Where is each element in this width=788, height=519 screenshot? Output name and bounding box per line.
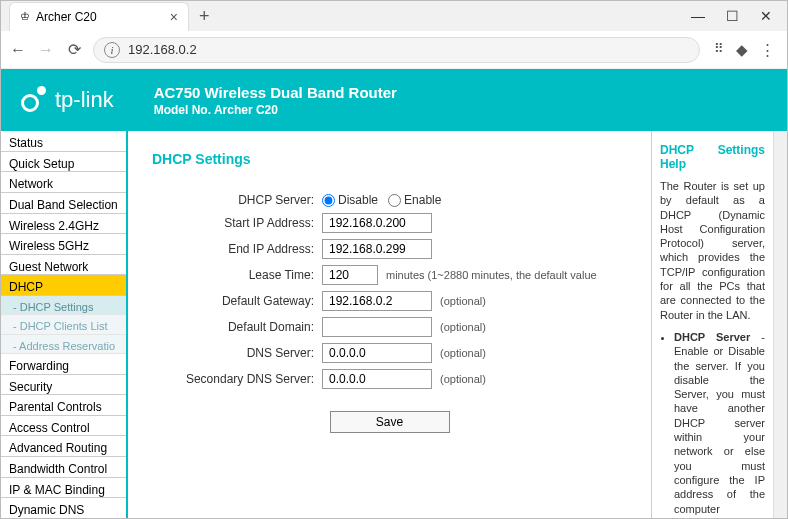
- maximize-icon[interactable]: ☐: [723, 8, 741, 24]
- lease-time-input[interactable]: [322, 265, 378, 285]
- radio-enable-input[interactable]: [388, 194, 401, 207]
- radio-disable[interactable]: Disable: [322, 193, 378, 207]
- dhcp-server-label: DHCP Server:: [152, 193, 322, 207]
- scrollbar[interactable]: [773, 131, 787, 518]
- dns-optional: (optional): [440, 347, 486, 359]
- main-content: DHCP Settings DHCP Server: Disable Enabl…: [128, 131, 651, 518]
- sidebar-item-wireless-5[interactable]: Wireless 5GHz: [1, 234, 126, 255]
- sidebar-item-quick-setup[interactable]: Quick Setup: [1, 152, 126, 173]
- new-tab-button[interactable]: +: [189, 6, 220, 27]
- account-icon[interactable]: ◆: [736, 41, 748, 59]
- page-header: tp-link AC750 Wireless Dual Band Router …: [1, 69, 787, 131]
- dns2-input[interactable]: [322, 369, 432, 389]
- sidebar-item-security[interactable]: Security: [1, 375, 126, 396]
- radio-enable[interactable]: Enable: [388, 193, 441, 207]
- tab-favicon: ♔: [20, 10, 30, 23]
- brand-name: tp-link: [55, 87, 114, 113]
- help-panel: DHCP Settings Help The Router is set up …: [651, 131, 773, 518]
- dns-input[interactable]: [322, 343, 432, 363]
- reload-icon[interactable]: ⟳: [65, 40, 83, 59]
- sidebar-item-dynamic-dns[interactable]: Dynamic DNS: [1, 498, 126, 518]
- gateway-label: Default Gateway:: [152, 294, 322, 308]
- lease-time-label: Lease Time:: [152, 268, 322, 282]
- translate-icon[interactable]: ⠿: [714, 41, 724, 59]
- minimize-icon[interactable]: —: [689, 8, 707, 24]
- browser-tab[interactable]: ♔ Archer C20 ×: [9, 2, 189, 31]
- help-paragraph: The Router is set up by default as a DHC…: [660, 179, 765, 322]
- sidebar-item-dhcp[interactable]: DHCP: [1, 275, 126, 296]
- back-icon[interactable]: ←: [9, 41, 27, 59]
- domain-optional: (optional): [440, 321, 486, 333]
- window-titlebar: ♔ Archer C20 × + — ☐ ✕: [1, 1, 787, 31]
- model-subtitle: Model No. Archer C20: [154, 103, 397, 117]
- product-title: AC750 Wireless Dual Band Router: [154, 84, 397, 101]
- tab-title: Archer C20: [36, 10, 97, 24]
- help-title: DHCP Settings Help: [660, 143, 765, 171]
- sidebar-sub-dhcp-settings[interactable]: - DHCP Settings: [1, 296, 126, 315]
- page-title: DHCP Settings: [152, 151, 627, 167]
- lease-time-hint: minutes (1~2880 minutes, the default val…: [386, 269, 597, 281]
- help-list-item: DHCP Server - Enable or Disable the serv…: [674, 330, 765, 518]
- sidebar-item-access-control[interactable]: Access Control: [1, 416, 126, 437]
- sidebar-sub-dhcp-clients[interactable]: - DHCP Clients List: [1, 315, 126, 334]
- sidebar-item-parental-controls[interactable]: Parental Controls: [1, 395, 126, 416]
- dns2-optional: (optional): [440, 373, 486, 385]
- sidebar-item-advanced-routing[interactable]: Advanced Routing: [1, 436, 126, 457]
- sidebar-nav: Status Quick Setup Network Dual Band Sel…: [1, 131, 128, 518]
- url-input[interactable]: i 192.168.0.2: [93, 37, 700, 63]
- dns2-label: Secondary DNS Server:: [152, 372, 322, 386]
- sidebar-sub-address-reservation[interactable]: - Address Reservatio: [1, 335, 126, 354]
- end-ip-label: End IP Address:: [152, 242, 322, 256]
- sidebar-item-dual-band[interactable]: Dual Band Selection: [1, 193, 126, 214]
- domain-label: Default Domain:: [152, 320, 322, 334]
- sidebar-item-forwarding[interactable]: Forwarding: [1, 354, 126, 375]
- end-ip-input[interactable]: [322, 239, 432, 259]
- sidebar-item-network[interactable]: Network: [1, 172, 126, 193]
- logo-icon: [21, 86, 49, 114]
- sidebar-item-ip-mac-binding[interactable]: IP & MAC Binding: [1, 478, 126, 499]
- dns-label: DNS Server:: [152, 346, 322, 360]
- close-icon[interactable]: ×: [170, 9, 178, 25]
- sidebar-item-guest-network[interactable]: Guest Network: [1, 255, 126, 276]
- start-ip-label: Start IP Address:: [152, 216, 322, 230]
- save-button[interactable]: Save: [330, 411, 450, 433]
- sidebar-item-status[interactable]: Status: [1, 131, 126, 152]
- domain-input[interactable]: [322, 317, 432, 337]
- start-ip-input[interactable]: [322, 213, 432, 233]
- menu-icon[interactable]: ⋮: [760, 41, 775, 59]
- site-info-icon[interactable]: i: [104, 42, 120, 58]
- brand-logo: tp-link: [21, 86, 114, 114]
- address-bar: ← → ⟳ i 192.168.0.2 ⠿ ◆ ⋮: [1, 31, 787, 69]
- gateway-optional: (optional): [440, 295, 486, 307]
- sidebar-item-wireless-24[interactable]: Wireless 2.4GHz: [1, 214, 126, 235]
- close-window-icon[interactable]: ✕: [757, 8, 775, 24]
- url-text: 192.168.0.2: [128, 42, 197, 57]
- sidebar-item-bandwidth-control[interactable]: Bandwidth Control: [1, 457, 126, 478]
- forward-icon[interactable]: →: [37, 41, 55, 59]
- gateway-input[interactable]: [322, 291, 432, 311]
- radio-disable-input[interactable]: [322, 194, 335, 207]
